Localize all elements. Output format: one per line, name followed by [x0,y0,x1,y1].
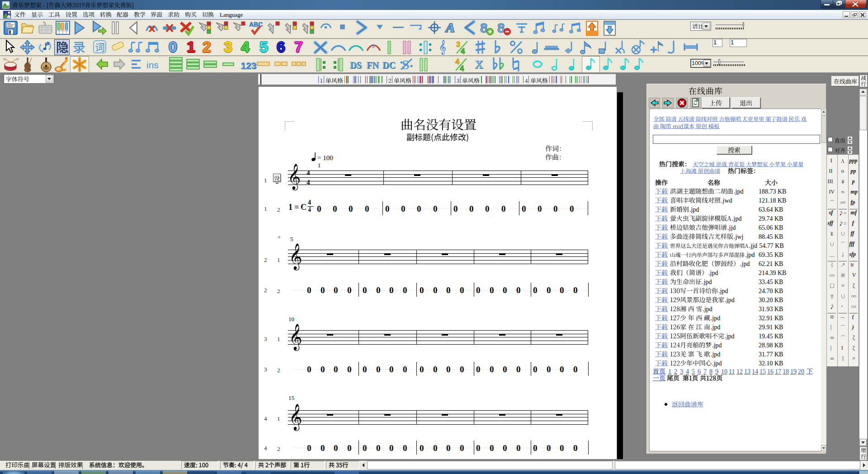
svg-text:8: 8 [480,20,488,35]
svg-text:4: 4 [461,47,465,56]
svg-text:3: 3 [372,43,375,49]
svg-text:8: 8 [497,20,505,35]
svg-text:3: 3 [456,40,460,49]
svg-text:4: 4 [455,57,460,66]
svg-text:4: 4 [460,64,464,73]
